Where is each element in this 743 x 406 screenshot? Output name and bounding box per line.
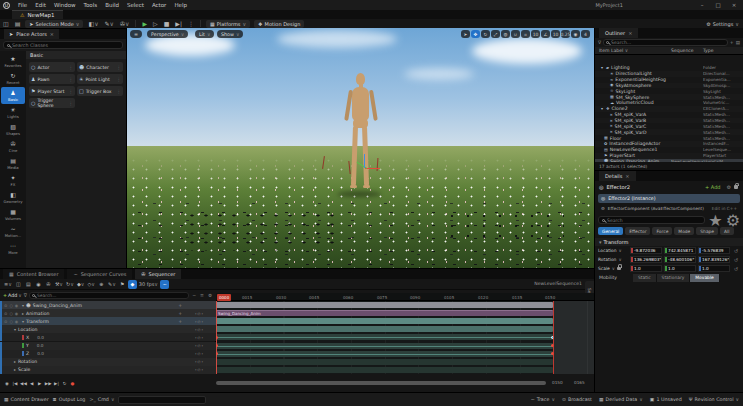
folder-icon[interactable]: ▤ [736,40,740,45]
details-filter-chip[interactable]: Mode [674,227,694,235]
details-filter-chip[interactable]: General [598,227,623,235]
playhead[interactable] [216,301,217,374]
filter-icon[interactable]: ∇ [598,40,601,45]
place-actor-item[interactable]: ⚑ Player Start ⋮ [29,86,75,96]
keyframe-nav[interactable]: ‹◇› [182,367,216,372]
content-drawer-button[interactable]: ▦ Content Drawer [4,397,49,402]
keep-state-icon[interactable]: ↻∨ [65,280,75,289]
reset-icon[interactable]: ↺ [732,248,740,254]
channel-value[interactable]: 0.0 [37,343,44,348]
transform-section-header[interactable]: ▾Transform [595,238,743,246]
save-icon[interactable]: ◫ [0,20,12,27]
auto-key-options-icon[interactable]: ◇∨ [86,280,96,289]
track-row-location[interactable]: ▾ Location ‹◇› [0,325,216,333]
gizmo-z-axis[interactable] [364,154,365,168]
scale-y-field[interactable]: 1.0 [664,265,696,272]
drag-handle-icon[interactable]: ⋮ [69,101,74,106]
save-icon[interactable]: ◫ [14,280,23,289]
render-movie-icon[interactable]: ✇ [44,280,53,289]
place-category[interactable]: ✇ Cine [1,138,25,155]
keyframe-nav[interactable]: ‹◇› [182,319,216,324]
auto-key-toggle[interactable]: ◆ [128,280,137,289]
drag-handle-icon[interactable]: ⋮ [117,89,122,94]
play-options-icon[interactable]: ⋮ [185,20,197,27]
rotation-y-field[interactable]: -48.600106° [664,256,696,263]
playback-end-marker[interactable] [553,301,554,374]
curve-editor-toggle[interactable]: ~ [160,280,169,289]
place-actors-tab[interactable]: ➤ Place Actors × [4,29,59,39]
mobility-option[interactable]: Movable [690,274,719,282]
place-category[interactable]: ♟ Basic [1,87,25,104]
time-ruler[interactable]: 0015 0030 0045 0060 0075 0090 0105 0120 … [216,293,594,301]
jump-to-end-button[interactable]: ▶| [53,381,61,386]
place-category[interactable]: ◧ Geometry [1,189,25,206]
rotation-section-bar[interactable] [216,359,553,365]
grid-snap-icon[interactable]: ⌗ [521,30,530,38]
scale-z-field[interactable]: 1.0 [698,265,730,272]
world-space-icon[interactable]: ◍ [501,30,510,38]
collapse-icon[interactable]: − [191,293,197,298]
place-actor-item[interactable]: ○ Trigger Sphere ⋮ [29,98,75,108]
reset-icon[interactable]: ↺ [732,266,740,272]
animation-clip[interactable]: Swing_Dancing_Anim [216,310,553,316]
step-back-button[interactable]: ◀◀ [19,381,28,386]
sequencer-panel-tab[interactable]: ✇ Sequencer [135,269,181,279]
view-options-icon[interactable]: ⚙ [207,293,213,298]
unreal-logo-icon[interactable]: U [3,2,10,9]
keyframe-options-icon[interactable]: ◆∨ [76,280,86,289]
playback-range-end[interactable]: 0150 [552,380,563,385]
record-button[interactable]: ● [69,381,77,386]
timeline-rows[interactable]: Swing_Dancing_Anim [216,301,594,374]
level-viewport[interactable]: ≡ Perspective∨ Lit∨ Show∨ ➤ ✥ ↻ ⤢ ◍ ∪ ⌗ … [127,28,594,269]
filter-icon[interactable]: ∇ [24,293,27,298]
unsaved-button[interactable]: ▣1 Unsaved [650,397,682,402]
place-category[interactable]: ★ Favorites [1,53,25,70]
add-folder-icon[interactable]: + [730,40,734,45]
instance-row[interactable]: ◎ Effector2 (Instance) [598,194,740,203]
details-filter-chip[interactable]: All [720,227,733,235]
object-range-bar[interactable] [216,302,553,308]
platforms-dropdown[interactable]: ▦ Platforms ∨ [206,20,250,28]
blueprints-dropdown[interactable]: ✎∨ [102,20,117,27]
browse-icon[interactable]: ▤ [12,20,24,27]
drag-handle-icon[interactable]: ⋮ [117,65,122,70]
lit-dropdown[interactable]: Lit∨ [195,30,214,38]
scale-dropdown[interactable]: Scale∨ [598,266,628,271]
details-filter-chip[interactable]: Effector [625,227,650,235]
details-search-input[interactable]: Search [598,216,705,224]
perspective-dropdown[interactable]: Perspective∨ [147,30,188,38]
revision-control-dropdown[interactable]: ΨRevision Control∨ [689,397,739,402]
place-category[interactable]: ▦ Volumes [1,206,25,223]
track-row-z[interactable]: Z 0.0 ‹◇› [0,350,216,358]
mobility-option[interactable]: Static [633,274,657,282]
close-icon[interactable]: × [50,31,54,37]
marker-icon[interactable]: ⚑ [118,280,127,289]
keyframe-nav[interactable]: ‹◇› [182,351,216,356]
viewport-menu-button[interactable]: ≡ [130,30,142,38]
item-label-column[interactable]: Item Label ∨ [599,48,628,53]
drag-handle-icon[interactable]: ⋮ [69,65,74,70]
browse-icon[interactable]: ▤ [24,280,33,289]
spawnable-icon[interactable]: ⊕ [97,280,106,289]
camera-speed-icon[interactable]: ◉ [571,30,580,38]
actions-icon[interactable]: ⚒∨ [54,280,64,289]
mannequin-character[interactable] [335,73,387,199]
create-camera-icon[interactable]: ◉ [34,280,43,289]
add-track-icon[interactable]: + [178,303,182,308]
drag-handle-icon[interactable]: ⋮ [69,77,74,82]
broadcast-button[interactable]: ⊙Broadcast [562,397,592,402]
channel-value[interactable]: 0.0 [37,351,44,356]
output-log-button[interactable]: ≣ Output Log [53,397,86,402]
rotation-snap-icon[interactable]: ∠ [541,30,550,38]
track-row-rotation[interactable]: ▸ Rotation ‹◇› [0,358,216,366]
motion-design-button[interactable]: ❖ Motion Design [254,20,304,28]
selection-mode-dropdown[interactable]: ➤ Selection Mode ∨ [25,20,83,28]
menu-item[interactable]: Actor [148,2,170,8]
keyframe-nav[interactable]: ‹◇› [182,327,216,332]
track-row-x[interactable]: X 0.0 ‹◇› [0,333,216,341]
location-dropdown[interactable]: Location∨ [598,248,628,253]
play-button[interactable]: ▶ [139,20,150,27]
stop-button[interactable]: ■ [161,20,173,27]
place-search-input[interactable]: Search Classes [3,41,123,49]
menu-item[interactable]: Select [123,2,148,8]
